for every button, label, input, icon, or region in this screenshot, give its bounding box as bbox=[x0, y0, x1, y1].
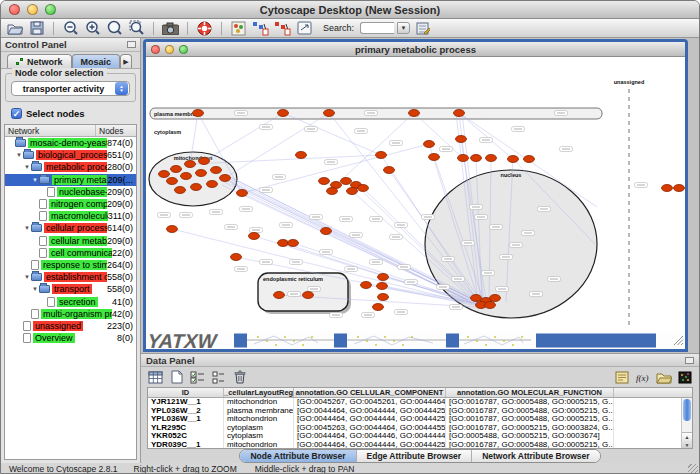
network-node[interactable] bbox=[373, 304, 384, 311]
network-node[interactable] bbox=[167, 226, 178, 233]
network-node-label-chip[interactable] bbox=[225, 225, 238, 230]
table-row[interactable]: YJR121W__1mitochondrion[GO:0045267, GO:0… bbox=[148, 398, 692, 407]
network-node-label-chip[interactable] bbox=[350, 233, 363, 238]
network-node[interactable] bbox=[175, 187, 186, 194]
network-node-label-chip[interactable] bbox=[240, 207, 253, 212]
frame-resize-grip[interactable] bbox=[674, 336, 683, 345]
network-node-label-chip[interactable] bbox=[235, 267, 248, 272]
network-node-label-chip[interactable] bbox=[490, 225, 503, 230]
network-node[interactable] bbox=[524, 156, 535, 163]
network-node[interactable] bbox=[341, 178, 352, 185]
tab-edge-attribute-browser[interactable]: Edge Attribute Browser bbox=[357, 450, 473, 462]
tree-row[interactable]: ▼primary metabo209(... bbox=[5, 174, 136, 186]
selected-module-block[interactable] bbox=[334, 334, 347, 348]
table-row[interactable]: YPL036W__2plasma membrane[GO:0044464, GO… bbox=[148, 407, 692, 416]
network-node-label-chip[interactable] bbox=[290, 260, 303, 265]
network-node-label-chip[interactable] bbox=[482, 271, 495, 276]
tree-row[interactable]: multi-organism pro42(0) bbox=[5, 308, 136, 320]
network-node[interactable] bbox=[303, 292, 314, 299]
tree-row[interactable]: secretion41(0) bbox=[5, 295, 136, 307]
select-nodes-checkbox[interactable]: ✓ bbox=[11, 108, 22, 119]
network-node[interactable] bbox=[199, 158, 210, 165]
expand-triangle-icon[interactable]: ▼ bbox=[31, 177, 39, 183]
network-snapshot-icon[interactable] bbox=[161, 20, 180, 37]
network-node-label-chip[interactable] bbox=[470, 205, 483, 210]
network-node[interactable] bbox=[324, 110, 335, 117]
tree-row[interactable]: response to stimulu264(0) bbox=[5, 259, 136, 271]
network-node-label-chip[interactable] bbox=[355, 129, 368, 134]
network-node[interactable] bbox=[274, 292, 285, 299]
network-node[interactable] bbox=[327, 188, 338, 195]
float-panel-icon[interactable] bbox=[127, 41, 136, 48]
network-node[interactable] bbox=[409, 110, 420, 117]
open-file-icon[interactable] bbox=[5, 20, 24, 37]
tab-node-attribute-browser[interactable]: Node Attribute Browser bbox=[240, 450, 356, 462]
tree-column-nodes[interactable]: Nodes bbox=[96, 125, 136, 136]
attribute-editor-icon[interactable] bbox=[613, 369, 630, 385]
save-session-icon[interactable] bbox=[27, 20, 46, 37]
network-node-label-chip[interactable] bbox=[280, 223, 293, 228]
table-row[interactable]: YKR052Ccytoplasm[GO:0044464, GO:0044446,… bbox=[148, 432, 692, 441]
formula-fx-icon[interactable]: f(x) bbox=[634, 369, 651, 385]
network-node-label-chip[interactable] bbox=[405, 280, 418, 285]
scrollbar-arrows-icon[interactable]: ▲▼ bbox=[682, 432, 692, 448]
network-node-label-chip[interactable] bbox=[395, 310, 408, 315]
network-node-label-chip[interactable] bbox=[310, 215, 323, 220]
network-node-label-chip[interactable] bbox=[273, 175, 286, 180]
table-vertical-scrollbar[interactable]: ▲▼ bbox=[681, 398, 692, 448]
network-node[interactable] bbox=[167, 178, 178, 185]
network-node[interactable] bbox=[159, 171, 170, 178]
network-node[interactable] bbox=[471, 155, 482, 162]
tree-row[interactable]: ▼metabolic process280(0) bbox=[5, 161, 136, 173]
network-node-label-chip[interactable] bbox=[512, 127, 525, 132]
network-node-label-chip[interactable] bbox=[250, 228, 263, 233]
tree-row[interactable]: ▼transport558(0) bbox=[5, 283, 136, 295]
unselect-attributes-icon[interactable] bbox=[210, 369, 227, 385]
tab-mosaic[interactable]: Mosaic bbox=[72, 54, 121, 68]
tree-column-network[interactable]: Network bbox=[5, 125, 96, 136]
network-node[interactable] bbox=[196, 170, 207, 177]
tree-row[interactable]: ▼biological_process651(0) bbox=[5, 149, 136, 161]
network-node-label-chip[interactable] bbox=[450, 305, 463, 310]
network-node[interactable] bbox=[674, 185, 685, 192]
network-node-label-chip[interactable] bbox=[398, 265, 411, 270]
network-node[interactable] bbox=[231, 254, 242, 261]
network-node-label-chip[interactable] bbox=[325, 160, 338, 165]
network-node[interactable] bbox=[454, 110, 465, 117]
network-node-label-chip[interactable] bbox=[496, 287, 509, 292]
search-input[interactable] bbox=[360, 22, 394, 34]
network-node[interactable] bbox=[288, 240, 299, 247]
expand-triangle-icon[interactable]: ▼ bbox=[23, 225, 31, 231]
network-node[interactable] bbox=[321, 228, 332, 235]
zoom-selected-region-icon[interactable] bbox=[127, 20, 146, 37]
network-node-label-chip[interactable] bbox=[370, 217, 383, 222]
network-node-label-chip[interactable] bbox=[500, 255, 513, 260]
network-node-label-chip[interactable] bbox=[422, 215, 435, 220]
network-node-label-chip[interactable] bbox=[330, 313, 343, 318]
tree-row[interactable]: ▼establishment of lo558(0) bbox=[5, 271, 136, 283]
network-node-label-chip[interactable] bbox=[555, 111, 568, 116]
expand-triangle-icon[interactable]: ▼ bbox=[31, 286, 39, 292]
tree-row[interactable]: nitrogen compo209(0) bbox=[5, 198, 136, 210]
expand-triangle-icon[interactable]: ▼ bbox=[23, 164, 31, 170]
zoom-in-icon[interactable] bbox=[83, 20, 102, 37]
network-node-label-chip[interactable] bbox=[210, 210, 223, 215]
network-node[interactable] bbox=[662, 185, 673, 192]
network-node[interactable] bbox=[485, 302, 496, 309]
network-node[interactable] bbox=[278, 240, 289, 247]
column-header[interactable]: _cellularLayoutRegion bbox=[224, 388, 294, 397]
attribute-browser-icon[interactable] bbox=[413, 20, 432, 37]
network-node[interactable] bbox=[185, 161, 196, 168]
network-node[interactable] bbox=[207, 181, 218, 188]
network-node-label-chip[interactable] bbox=[260, 125, 273, 130]
network-node[interactable] bbox=[347, 188, 358, 195]
network-node[interactable] bbox=[278, 110, 289, 117]
network-node[interactable] bbox=[377, 283, 388, 290]
annotation-icon[interactable] bbox=[295, 20, 314, 37]
tab-network-attribute-browser[interactable]: Network Attribute Browser bbox=[472, 450, 599, 462]
network-node-label-chip[interactable] bbox=[260, 188, 273, 193]
network-node-label-chip[interactable] bbox=[510, 243, 523, 248]
network-node[interactable] bbox=[458, 155, 469, 162]
column-header[interactable]: ID bbox=[148, 388, 224, 397]
zoom-out-icon[interactable] bbox=[61, 20, 80, 37]
